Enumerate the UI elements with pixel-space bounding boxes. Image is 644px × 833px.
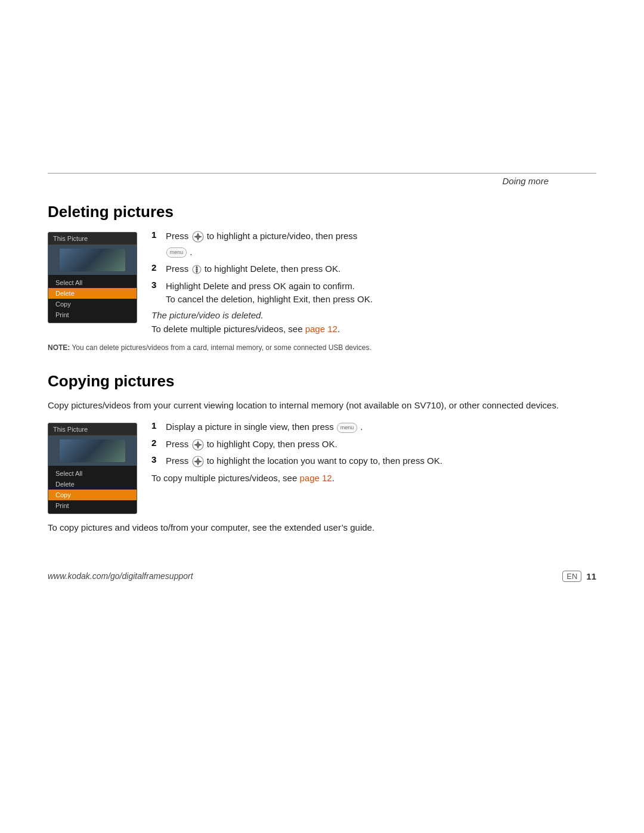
- deleting-menu-copy: Copy: [48, 299, 137, 309]
- copying-link-prefix: To copy multiple pictures/videos, see: [151, 473, 297, 483]
- deleting-menu-select-all: Select All: [48, 277, 137, 288]
- note-label: NOTE:: [48, 343, 70, 352]
- deleting-step-2-num: 2: [151, 262, 161, 272]
- copying-step-1: 1 Display a picture in single view, then…: [151, 420, 596, 434]
- deleting-page-link[interactable]: page 12: [305, 324, 338, 334]
- menu-icon-2: menu: [337, 423, 357, 433]
- deleting-step-2: 2 Press to highlight Delete, then press …: [151, 262, 596, 276]
- copying-menu-print: Print: [48, 500, 137, 511]
- deleting-step-1: 1 Press to highlight a picture/video: [151, 230, 596, 259]
- nav-cross-icon-3: [192, 456, 204, 467]
- doing-more-bar: Doing more: [48, 173, 596, 188]
- deleting-italic-note: The picture/video is deleted.: [151, 310, 596, 320]
- copying-link-line: To copy multiple pictures/videos, see pa…: [151, 472, 596, 485]
- copying-step-2-text: Press to highlight Copy, then press OK.: [166, 438, 338, 451]
- page: Doing more Deleting pictures This Pictur…: [0, 0, 644, 833]
- copying-screen-image: [48, 436, 137, 466]
- svg-marker-13: [194, 444, 197, 446]
- deleting-step-1-num: 1: [151, 230, 161, 240]
- main-content: Deleting pictures This Picture Select Al…: [0, 203, 644, 535]
- svg-marker-11: [197, 441, 199, 444]
- footer-page-area: EN 11: [562, 571, 596, 582]
- svg-marker-19: [194, 460, 197, 463]
- doing-more-label: Doing more: [502, 176, 549, 186]
- copying-step-3-num: 3: [151, 454, 161, 465]
- svg-marker-18: [197, 463, 199, 466]
- deleting-screen-menu: Select All Delete Copy Print: [48, 275, 137, 323]
- svg-marker-20: [199, 460, 202, 463]
- deleting-step-2-text: Press to highlight Delete, then press OK…: [166, 262, 340, 276]
- svg-marker-3: [194, 236, 197, 238]
- copying-step-2: 2 Press to highlight Copy, then press OK…: [151, 438, 596, 451]
- copying-section-body: This Picture Select All Delete Copy Prin…: [48, 420, 596, 514]
- copying-step-2-num: 2: [151, 438, 161, 448]
- deleting-menu-delete: Delete: [48, 288, 137, 299]
- svg-point-9: [196, 268, 198, 271]
- svg-marker-2: [197, 238, 199, 241]
- deleting-heading: Deleting pictures: [48, 203, 596, 221]
- svg-marker-1: [197, 233, 199, 236]
- copying-outro: To copy pictures and videos to/from your…: [48, 521, 596, 535]
- svg-marker-12: [197, 446, 199, 449]
- footer: www.kodak.com/go/digitalframesupport EN …: [0, 571, 644, 582]
- copying-screen-header: This Picture: [48, 423, 137, 436]
- copying-page-link[interactable]: page 12: [299, 473, 332, 483]
- copying-heading: Copying pictures: [48, 372, 596, 391]
- top-blank-area: [0, 0, 644, 173]
- note-text: You can delete pictures/videos from a ca…: [72, 343, 371, 352]
- deleting-screen-landscape: [60, 249, 125, 271]
- copying-step-1-text: Display a picture in single view, then p…: [166, 420, 363, 434]
- deleting-note: NOTE: You can delete pictures/videos fro…: [48, 343, 596, 353]
- svg-point-21: [197, 460, 199, 463]
- deleting-steps: 1 Press to highlight a picture/video: [151, 230, 596, 336]
- copying-device-screen: This Picture Select All Delete Copy Prin…: [48, 423, 137, 514]
- copying-intro: Copy pictures/videos from your current v…: [48, 399, 596, 413]
- svg-marker-14: [199, 444, 202, 446]
- copying-step-3: 3 Press to highlight the location you wa…: [151, 454, 596, 468]
- page-number: 11: [586, 571, 596, 581]
- deleting-step-1-text: Press to highlight a picture/video, then…: [166, 230, 357, 259]
- svg-point-15: [197, 444, 199, 446]
- footer-url: www.kodak.com/go/digitalframesupport: [48, 571, 193, 581]
- deleting-step-3-text: Highlight Delete and press OK again to c…: [166, 280, 373, 306]
- copying-step-1-num: 1: [151, 420, 161, 431]
- copying-step-3-text: Press to highlight the location you want…: [166, 454, 442, 468]
- copying-menu-copy: Copy: [48, 490, 137, 500]
- copying-menu-delete: Delete: [48, 479, 137, 490]
- nav-cross-icon-2: [192, 439, 204, 451]
- nav-ud-icon-1: [192, 264, 202, 275]
- deleting-screen-image: [48, 245, 137, 275]
- svg-marker-17: [197, 457, 199, 460]
- deleting-screen-header: This Picture: [48, 233, 137, 245]
- menu-icon-1: menu: [166, 247, 187, 258]
- deleting-menu-print: Print: [48, 309, 137, 320]
- deleting-step-3-num: 3: [151, 280, 161, 290]
- copying-steps: 1 Display a picture in single view, then…: [151, 420, 596, 485]
- svg-point-5: [197, 236, 199, 238]
- deleting-section-body: This Picture Select All Delete Copy Prin…: [48, 230, 596, 336]
- deleting-device-screen: This Picture Select All Delete Copy Prin…: [48, 232, 137, 323]
- copying-menu-select-all: Select All: [48, 468, 137, 479]
- nav-cross-icon-1: [192, 231, 204, 243]
- svg-marker-4: [199, 236, 202, 238]
- lang-badge: EN: [562, 571, 581, 582]
- deleting-link-prefix: To delete multiple pictures/videos, see: [151, 324, 302, 334]
- copying-screen-landscape: [60, 439, 125, 462]
- copying-screen-menu: Select All Delete Copy Print: [48, 466, 137, 513]
- deleting-link-line: To delete multiple pictures/videos, see …: [151, 323, 596, 336]
- deleting-step-3: 3 Highlight Delete and press OK again to…: [151, 280, 596, 306]
